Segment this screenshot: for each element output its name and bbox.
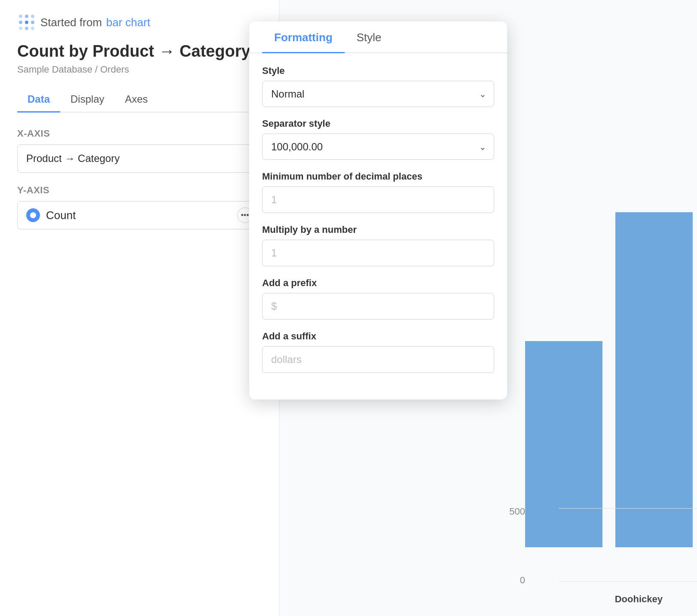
chart-subtitle: Sample Database / Orders xyxy=(17,64,262,75)
svg-point-7 xyxy=(25,27,28,30)
min-decimal-input[interactable] xyxy=(262,186,494,213)
popup-tab-formatting[interactable]: Formatting xyxy=(262,21,345,53)
suffix-group: Add a suffix xyxy=(262,331,494,373)
yaxis-count-label: Count xyxy=(46,209,76,222)
svg-point-3 xyxy=(19,21,22,24)
svg-point-0 xyxy=(19,15,22,18)
yaxis-left: Count xyxy=(26,208,76,222)
logo-icon xyxy=(17,13,36,32)
yaxis-label: Y-axis xyxy=(17,185,262,196)
suffix-label: Add a suffix xyxy=(262,331,494,342)
multiply-group: Multiply by a number xyxy=(262,224,494,266)
popup-tab-style[interactable]: Style xyxy=(345,21,394,53)
svg-point-8 xyxy=(31,27,34,30)
gridline-500 xyxy=(559,508,697,509)
y-label-500: 500 xyxy=(509,506,525,517)
xaxis-label: X-axis xyxy=(17,128,262,139)
separator-group: Separator style 100,000.00 ⌄ xyxy=(262,118,494,160)
popup-tabs: Formatting Style xyxy=(249,21,507,53)
prefix-group: Add a prefix xyxy=(262,278,494,320)
style-select[interactable]: Normal xyxy=(262,81,494,107)
svg-point-1 xyxy=(25,15,28,18)
multiply-input[interactable] xyxy=(262,240,494,266)
gridline-0 xyxy=(559,581,697,582)
popup-content: Style Normal ⌄ Separator style 100,000.0… xyxy=(249,65,507,373)
bar-tall xyxy=(615,212,693,547)
tab-display[interactable]: Display xyxy=(60,88,115,113)
style-label: Style xyxy=(262,65,494,76)
left-panel: Started from bar chart Count by Product … xyxy=(0,0,279,616)
prefix-input[interactable] xyxy=(262,293,494,320)
x-label-doohickey: Doohickey xyxy=(615,594,663,605)
yaxis-row: Count ••• xyxy=(17,201,262,229)
chart-tabs: Data Display Axes xyxy=(17,88,262,113)
separator-select-wrapper: 100,000.00 ⌄ xyxy=(262,134,494,160)
suffix-input[interactable] xyxy=(262,346,494,373)
circle-inner xyxy=(30,212,36,218)
xaxis-value[interactable]: Product → Category xyxy=(17,144,262,173)
breadcrumb: Started from bar chart xyxy=(17,13,262,32)
style-select-wrapper: Normal ⌄ xyxy=(262,81,494,107)
svg-point-5 xyxy=(31,21,34,24)
min-decimal-label: Minimum number of decimal places xyxy=(262,171,494,182)
count-circle-icon xyxy=(26,208,40,222)
formatting-popup: Formatting Style Style Normal ⌄ Separato… xyxy=(249,21,507,399)
breadcrumb-link[interactable]: bar chart xyxy=(106,16,150,29)
separator-label: Separator style xyxy=(262,118,494,129)
style-group: Style Normal ⌄ xyxy=(262,65,494,107)
tab-data[interactable]: Data xyxy=(17,88,60,113)
tab-axes[interactable]: Axes xyxy=(115,88,158,113)
prefix-label: Add a prefix xyxy=(262,278,494,289)
bar-medium xyxy=(525,341,602,547)
y-label-0: 0 xyxy=(520,575,525,586)
svg-point-4 xyxy=(25,21,28,24)
separator-select[interactable]: 100,000.00 xyxy=(262,134,494,160)
multiply-label: Multiply by a number xyxy=(262,224,494,235)
svg-point-2 xyxy=(31,15,34,18)
min-decimal-group: Minimum number of decimal places xyxy=(262,171,494,213)
breadcrumb-prefix: Started from xyxy=(40,16,102,29)
svg-point-6 xyxy=(19,27,22,30)
chart-title: Count by Product → Category xyxy=(17,42,262,61)
